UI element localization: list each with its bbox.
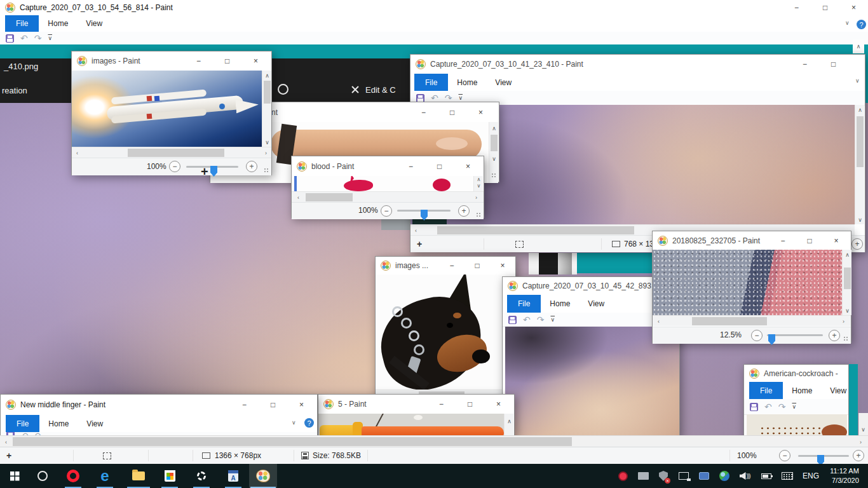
taskbar-store[interactable]: [159, 464, 180, 488]
customize-toolbar-icon[interactable]: ∨: [48, 36, 52, 41]
scroll-down-icon[interactable]: ∨: [843, 306, 852, 315]
minimize-button[interactable]: −: [782, 0, 811, 15]
save-icon[interactable]: [508, 316, 517, 324]
maximize-button[interactable]: □: [811, 0, 839, 15]
resize-grip[interactable]: [264, 168, 269, 173]
taskbar-edge[interactable]: e: [94, 464, 116, 488]
zoom-slider-track[interactable]: [798, 455, 849, 457]
scroll-left-icon[interactable]: ‹: [72, 148, 82, 158]
scroll-right-icon[interactable]: ›: [856, 437, 865, 447]
scrollbar-thumb[interactable]: [857, 116, 864, 167]
scrollbar-thumb[interactable]: [491, 135, 498, 151]
language-indicator[interactable]: ENG: [799, 464, 822, 488]
zoom-out-button[interactable]: −: [751, 330, 763, 341]
scroll-right-icon[interactable]: ›: [261, 148, 271, 158]
tab-view[interactable]: View: [579, 295, 613, 313]
canvas-photo[interactable]: [653, 250, 842, 315]
vertical-scrollbar[interactable]: ∧ ∨: [855, 105, 864, 224]
zoom-slider-track[interactable]: [767, 334, 823, 336]
close-button[interactable]: ×: [823, 231, 850, 250]
minimize-button[interactable]: −: [230, 395, 259, 415]
close-button[interactable]: ×: [454, 156, 482, 176]
scroll-left-icon[interactable]: ‹: [411, 226, 421, 235]
ribbon-collapse-icon[interactable]: ∨: [845, 20, 850, 26]
zoom-out-button[interactable]: −: [779, 450, 790, 461]
horizontal-scrollbar[interactable]: ‹ ›: [653, 315, 851, 326]
taskbar-opera[interactable]: [62, 464, 84, 488]
scrollbar-thumb[interactable]: [692, 317, 767, 325]
close-button[interactable]: ×: [241, 51, 270, 71]
canvas-photo[interactable]: [72, 71, 262, 147]
titlebar[interactable]: 20180825_232705 - Paint − □ ×: [653, 231, 851, 250]
maximize-button[interactable]: □: [465, 257, 490, 274]
tray-idm[interactable]: [715, 464, 733, 488]
scrollbar-thumb[interactable]: [437, 226, 634, 234]
redo-icon[interactable]: ↷: [778, 402, 786, 411]
minimize-button[interactable]: −: [439, 257, 465, 274]
scroll-right-icon[interactable]: ›: [471, 193, 481, 202]
undo-icon[interactable]: ↶: [764, 402, 772, 411]
titlebar[interactable]: 5 - Paint − □ ×: [318, 395, 514, 414]
zoom-slider-thumb[interactable]: [768, 334, 775, 345]
zoom-in-button[interactable]: +: [851, 238, 863, 250]
scrollbar-thumb[interactable]: [264, 81, 271, 104]
tab-view[interactable]: View: [77, 15, 111, 32]
vertical-scrollbar[interactable]: ∧ ∨: [473, 176, 483, 191]
zoom-in-button[interactable]: +: [458, 205, 470, 217]
tab-home[interactable]: Home: [783, 382, 821, 399]
taskbar-file-explorer[interactable]: [126, 464, 151, 488]
tab-file[interactable]: File: [6, 415, 39, 432]
canvas-photo[interactable]: [292, 176, 473, 191]
ribbon-collapse-icon[interactable]: ∨: [292, 420, 296, 426]
scroll-down-icon[interactable]: ∨: [262, 137, 272, 147]
tray-keyboard[interactable]: [778, 464, 797, 488]
redo-icon[interactable]: ↷: [34, 34, 42, 43]
save-icon[interactable]: [416, 94, 424, 102]
minimize-button[interactable]: −: [427, 395, 456, 414]
resize-grip[interactable]: [843, 336, 849, 342]
tray-graphics[interactable]: [695, 464, 713, 488]
tray-network[interactable]: [675, 464, 693, 488]
zoom-in-button[interactable]: +: [829, 330, 840, 341]
tray-battery[interactable]: [757, 464, 775, 488]
maximize-button[interactable]: □: [796, 231, 823, 250]
maximize-button[interactable]: □: [438, 102, 466, 122]
tab-home[interactable]: Home: [541, 295, 579, 313]
zoom-out-button[interactable]: −: [169, 161, 180, 172]
taskbar-settings[interactable]: [191, 464, 212, 488]
minimize-button[interactable]: −: [397, 156, 425, 176]
minimize-button[interactable]: −: [409, 102, 438, 122]
tray-display[interactable]: [634, 464, 652, 488]
close-button[interactable]: ×: [839, 0, 868, 15]
scroll-right-icon[interactable]: ›: [839, 316, 848, 326]
tray-recorder[interactable]: [614, 464, 632, 488]
zoom-in-button[interactable]: +: [246, 161, 257, 172]
zoom-slider-track[interactable]: [397, 210, 451, 212]
vertical-scrollbar[interactable]: ∧ ∨: [262, 71, 271, 147]
tab-view[interactable]: View: [78, 415, 112, 432]
clock[interactable]: 11:12 AM 7/3/2020: [825, 464, 864, 488]
hidden-scrollbar-fragment[interactable]: ∧: [853, 39, 864, 53]
titlebar[interactable]: New middle finger - Paint − □ ×: [1, 395, 317, 415]
zoom-search-icon[interactable]: [278, 84, 288, 95]
close-button[interactable]: ×: [484, 395, 513, 414]
tab-view[interactable]: View: [821, 382, 849, 399]
scrollbar-thumb[interactable]: [128, 149, 224, 157]
resize-grip[interactable]: [476, 212, 482, 218]
cortana-button[interactable]: [33, 464, 52, 488]
tab-home[interactable]: Home: [39, 15, 77, 32]
titlebar[interactable]: images ... − □ ×: [376, 257, 515, 274]
save-icon[interactable]: [6, 34, 14, 43]
scroll-left-icon[interactable]: ‹: [1, 437, 11, 447]
scrollbar-thumb[interactable]: [844, 268, 851, 289]
main-horizontal-scrollbar[interactable]: ‹ ›: [0, 435, 868, 447]
tab-file[interactable]: File: [5, 15, 39, 32]
main-vertical-scrollbar-fragment[interactable]: ∨: [858, 413, 868, 435]
horizontal-scrollbar[interactable]: ‹ ›: [72, 147, 271, 158]
vertical-scrollbar[interactable]: ∧: [504, 414, 513, 438]
maximize-button[interactable]: □: [213, 51, 241, 71]
zoom-slider-thumb[interactable]: [210, 166, 217, 177]
tab-file[interactable]: File: [507, 295, 541, 313]
maximize-button[interactable]: □: [456, 395, 484, 414]
scroll-down-icon[interactable]: ∨: [858, 424, 868, 434]
